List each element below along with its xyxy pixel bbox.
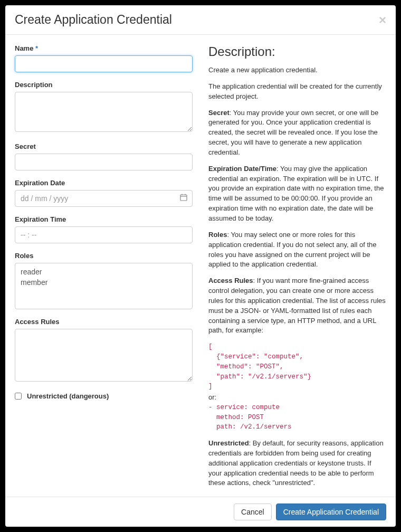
name-input[interactable]	[15, 55, 193, 72]
role-option-reader[interactable]: reader	[21, 267, 187, 277]
secret-input[interactable]	[15, 154, 193, 170]
expiration-date-input[interactable]	[15, 190, 193, 207]
help-ar-bold: Access Rules	[208, 277, 253, 284]
secret-label: Secret	[15, 142, 193, 150]
form-column: Name * Description Secret Expiration Dat…	[15, 44, 193, 487]
help-code-json: [ {"service": "compute", "method": "POST…	[208, 342, 386, 392]
help-unrestricted: Unrestricted: By default, for security r…	[208, 439, 386, 488]
cancel-button[interactable]: Cancel	[234, 504, 272, 520]
modal-footer: Cancel Create Application Credential	[5, 497, 396, 527]
roles-select[interactable]: reader member	[15, 263, 193, 309]
submit-button[interactable]: Create Application Credential	[276, 504, 386, 520]
help-ar-text: : If you want more fine-grained access c…	[208, 277, 386, 334]
name-label-text: Name	[15, 44, 33, 52]
name-group: Name *	[15, 44, 193, 72]
expiration-time-label: Expiration Time	[15, 215, 193, 223]
access-rules-group: Access Rules	[15, 318, 193, 384]
help-roles: Roles: You may select one or more roles …	[208, 230, 386, 270]
help-project-note: The application credential will be creat…	[208, 82, 386, 102]
help-access-rules: Access Rules: If you want more fine-grai…	[208, 276, 386, 336]
name-label: Name *	[15, 44, 193, 52]
help-intro: Create a new application credential.	[208, 65, 386, 75]
expiration-time-input[interactable]	[15, 226, 193, 243]
help-expiration-text: : You may give the application credentia…	[208, 165, 384, 222]
unrestricted-label[interactable]: Unrestricted (dangerous)	[27, 392, 109, 400]
roles-group: Roles reader member	[15, 252, 193, 309]
help-unres-bold: Unrestricted	[208, 439, 249, 447]
description-group: Description	[15, 81, 193, 134]
expiration-date-label: Expiration Date	[15, 179, 193, 187]
help-roles-bold: Roles	[208, 231, 227, 239]
modal-header: Create Application Credential ×	[5, 5, 396, 35]
role-option-member[interactable]: member	[21, 277, 187, 288]
create-credential-modal: Create Application Credential × Name * D…	[5, 5, 396, 527]
description-label: Description	[15, 81, 193, 89]
help-secret-bold: Secret	[208, 109, 230, 117]
help-secret: Secret: You may provide your own secret,…	[208, 108, 386, 158]
unrestricted-checkbox[interactable]	[15, 393, 22, 400]
unrestricted-group: Unrestricted (dangerous)	[15, 392, 193, 400]
roles-label: Roles	[15, 252, 193, 260]
description-textarea[interactable]	[15, 92, 193, 132]
access-rules-textarea[interactable]	[15, 329, 193, 382]
secret-group: Secret	[15, 142, 193, 170]
help-code-yaml: - service: compute method: POST path: /v…	[208, 403, 386, 432]
help-expiration-bold: Expiration Date/Time	[208, 165, 276, 173]
required-mark: *	[35, 44, 38, 52]
help-heading: Description:	[208, 44, 386, 59]
expiration-time-group: Expiration Time	[15, 215, 193, 243]
modal-title: Create Application Credential	[15, 13, 172, 27]
modal-body: Name * Description Secret Expiration Dat…	[5, 35, 396, 497]
help-column: Description: Create a new application cr…	[208, 44, 386, 487]
expiration-date-group: Expiration Date	[15, 179, 193, 207]
close-icon[interactable]: ×	[379, 14, 386, 26]
help-roles-text: : You may select one or more roles for t…	[208, 231, 376, 269]
access-rules-label: Access Rules	[15, 318, 193, 326]
date-input-wrapper	[15, 190, 193, 207]
help-or: or:	[208, 393, 386, 403]
help-secret-text: : You may provide your own secret, or on…	[208, 109, 378, 156]
help-expiration: Expiration Date/Time: You may give the a…	[208, 164, 386, 224]
